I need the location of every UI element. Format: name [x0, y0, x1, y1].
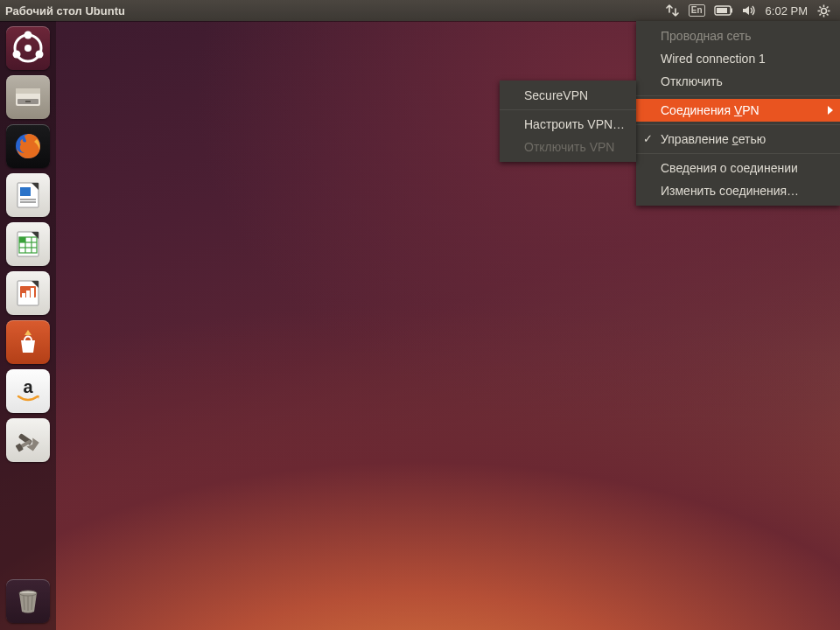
launcher-files[interactable] [6, 75, 50, 119]
network-menu-wired[interactable]: Wired connection 1 [636, 47, 840, 70]
submenu-arrow-icon [828, 99, 833, 122]
sound-indicator[interactable] [738, 0, 760, 21]
svg-line-48 [827, 13, 829, 15]
svg-line-50 [820, 13, 822, 15]
network-menu-vpn[interactable]: Соединения VPN [636, 99, 840, 122]
svg-marker-29 [24, 330, 32, 335]
battery-indicator[interactable] [710, 0, 738, 21]
svg-rect-25 [22, 293, 25, 299]
menu-separator [500, 109, 636, 110]
gear-icon [817, 4, 830, 18]
launcher-writer[interactable] [6, 173, 50, 217]
svg-point-1 [24, 45, 32, 52]
launcher-impress[interactable] [6, 271, 50, 315]
volume-icon [742, 4, 756, 17]
vpn-securevpn[interactable]: SecureVPN [500, 84, 636, 107]
launcher-settings[interactable] [6, 418, 50, 462]
network-menu: Проводная сеть Wired connection 1 Отключ… [636, 21, 840, 206]
svg-point-2 [24, 32, 32, 39]
network-menu-edit[interactable]: Изменить соединения… [636, 179, 840, 202]
svg-point-3 [13, 51, 21, 59]
keyboard-indicator[interactable]: En [684, 0, 710, 21]
launcher-software-center[interactable] [6, 320, 50, 364]
launcher-trash[interactable] [6, 579, 50, 623]
svg-rect-8 [25, 101, 31, 102]
panel-title: Рабочий стол Ubuntu [5, 4, 125, 18]
menu-separator [636, 124, 840, 125]
clock[interactable]: 6:02 PM [760, 4, 813, 18]
svg-rect-26 [26, 290, 30, 299]
network-indicator[interactable] [662, 0, 684, 21]
network-menu-header: Проводная сеть [636, 24, 840, 47]
network-menu-manage[interactable]: ✓ Управление сетью [636, 128, 840, 150]
top-panel: Рабочий стол Ubuntu En 6:02 PM [0, 0, 840, 21]
svg-line-47 [820, 6, 822, 8]
svg-text:a: a [23, 377, 33, 396]
battery-icon [714, 5, 733, 16]
launcher-calc[interactable] [6, 222, 50, 266]
unity-launcher: a [0, 21, 56, 630]
network-icon [666, 4, 680, 17]
session-indicator[interactable] [813, 0, 835, 21]
svg-line-49 [827, 6, 829, 8]
svg-rect-27 [31, 288, 34, 299]
svg-rect-6 [16, 88, 40, 94]
language-badge: En [689, 4, 705, 17]
svg-rect-40 [731, 9, 732, 13]
menu-separator [636, 153, 840, 154]
launcher-firefox[interactable] [6, 124, 50, 168]
check-icon: ✓ [643, 128, 653, 150]
svg-rect-41 [717, 8, 727, 13]
network-menu-info[interactable]: Сведения о соединении [636, 157, 840, 179]
svg-point-42 [822, 8, 827, 13]
vpn-configure[interactable]: Настроить VPN… [500, 113, 636, 136]
svg-point-4 [36, 51, 44, 59]
svg-rect-21 [19, 237, 25, 242]
launcher-amazon[interactable]: a [6, 369, 50, 413]
vpn-disconnect: Отключить VPN [500, 136, 636, 158]
vpn-submenu: SecureVPN Настроить VPN… Отключить VPN [500, 80, 636, 162]
launcher-dash[interactable] [6, 26, 50, 70]
menu-separator [636, 95, 840, 96]
svg-rect-11 [20, 187, 31, 196]
network-menu-disconnect[interactable]: Отключить [636, 70, 840, 93]
